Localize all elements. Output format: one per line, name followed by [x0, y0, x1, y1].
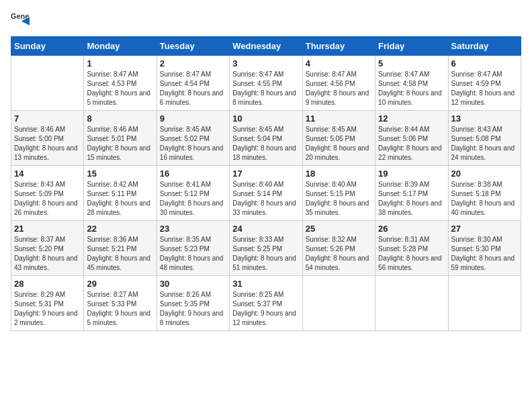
calendar-week-row: 14Sunrise: 8:43 AMSunset: 5:09 PMDayligh…: [11, 166, 521, 221]
day-header: Wednesday: [230, 37, 302, 56]
day-number: 11: [306, 113, 372, 124]
day-detail: Sunrise: 8:25 AMSunset: 5:37 PMDaylight:…: [232, 290, 299, 328]
day-number: 23: [160, 224, 226, 234]
day-detail: Sunrise: 8:41 AMSunset: 5:12 PMDaylight:…: [160, 180, 226, 218]
calendar-cell: 8Sunrise: 8:46 AMSunset: 5:01 PMDaylight…: [84, 111, 157, 166]
day-number: 25: [306, 224, 372, 234]
calendar-cell: 16Sunrise: 8:41 AMSunset: 5:12 PMDayligh…: [157, 166, 229, 221]
calendar-cell: 31Sunrise: 8:25 AMSunset: 5:37 PMDayligh…: [230, 276, 302, 331]
calendar-cell: [11, 56, 84, 111]
calendar-cell: 27Sunrise: 8:30 AMSunset: 5:30 PMDayligh…: [448, 221, 521, 276]
day-number: 19: [378, 169, 445, 179]
calendar-week-row: 28Sunrise: 8:29 AMSunset: 5:31 PMDayligh…: [11, 276, 521, 331]
day-detail: Sunrise: 8:35 AMSunset: 5:23 PMDaylight:…: [160, 235, 226, 273]
header: General: [11, 11, 521, 30]
calendar-cell: 2Sunrise: 8:47 AMSunset: 4:54 PMDaylight…: [157, 56, 229, 111]
logo: General: [11, 11, 32, 30]
day-detail: Sunrise: 8:45 AMSunset: 5:05 PMDaylight:…: [306, 125, 372, 163]
calendar-cell: 5Sunrise: 8:47 AMSunset: 4:58 PMDaylight…: [375, 56, 448, 111]
day-detail: Sunrise: 8:47 AMSunset: 4:58 PMDaylight:…: [378, 70, 445, 107]
day-number: 5: [378, 58, 445, 68]
day-header: Sunday: [11, 37, 84, 56]
day-detail: Sunrise: 8:40 AMSunset: 5:14 PMDaylight:…: [232, 180, 299, 218]
day-number: 21: [14, 224, 81, 234]
day-detail: Sunrise: 8:43 AMSunset: 5:09 PMDaylight:…: [14, 180, 81, 218]
day-detail: Sunrise: 8:40 AMSunset: 5:15 PMDaylight:…: [306, 180, 372, 218]
day-number: 29: [87, 279, 153, 289]
calendar-cell: 17Sunrise: 8:40 AMSunset: 5:14 PMDayligh…: [230, 166, 302, 221]
calendar-cell: 4Sunrise: 8:47 AMSunset: 4:56 PMDaylight…: [302, 56, 375, 111]
day-number: 30: [160, 279, 226, 289]
day-number: 8: [87, 113, 153, 124]
calendar-cell: 13Sunrise: 8:43 AMSunset: 5:08 PMDayligh…: [448, 111, 521, 166]
day-detail: Sunrise: 8:46 AMSunset: 5:01 PMDaylight:…: [87, 125, 153, 163]
calendar-cell: 30Sunrise: 8:26 AMSunset: 5:35 PMDayligh…: [157, 276, 229, 331]
calendar-cell: 23Sunrise: 8:35 AMSunset: 5:23 PMDayligh…: [157, 221, 229, 276]
calendar-cell: 20Sunrise: 8:38 AMSunset: 5:18 PMDayligh…: [448, 166, 521, 221]
calendar-cell: 1Sunrise: 8:47 AMSunset: 4:53 PMDaylight…: [84, 56, 157, 111]
day-number: 24: [232, 224, 299, 234]
day-header: Saturday: [448, 37, 521, 56]
calendar-week-row: 21Sunrise: 8:37 AMSunset: 5:20 PMDayligh…: [11, 221, 521, 276]
day-detail: Sunrise: 8:29 AMSunset: 5:31 PMDaylight:…: [14, 290, 81, 328]
calendar-cell: 22Sunrise: 8:36 AMSunset: 5:21 PMDayligh…: [84, 221, 157, 276]
day-number: 17: [232, 169, 299, 179]
calendar-week-row: 1Sunrise: 8:47 AMSunset: 4:53 PMDaylight…: [11, 56, 521, 111]
calendar-cell: 6Sunrise: 8:47 AMSunset: 4:59 PMDaylight…: [448, 56, 521, 111]
calendar-cell: 24Sunrise: 8:33 AMSunset: 5:25 PMDayligh…: [230, 221, 302, 276]
day-number: 2: [160, 58, 226, 68]
calendar-table: SundayMondayTuesdayWednesdayThursdayFrid…: [11, 36, 521, 331]
day-number: 22: [87, 224, 153, 234]
day-detail: Sunrise: 8:47 AMSunset: 4:55 PMDaylight:…: [232, 70, 299, 107]
day-detail: Sunrise: 8:45 AMSunset: 5:04 PMDaylight:…: [232, 125, 299, 163]
calendar-cell: [375, 276, 448, 331]
day-number: 10: [232, 113, 299, 124]
day-detail: Sunrise: 8:33 AMSunset: 5:25 PMDaylight:…: [232, 235, 299, 273]
day-number: 3: [232, 58, 299, 68]
day-number: 12: [378, 113, 445, 124]
day-detail: Sunrise: 8:37 AMSunset: 5:20 PMDaylight:…: [14, 235, 81, 273]
day-detail: Sunrise: 8:30 AMSunset: 5:30 PMDaylight:…: [451, 235, 518, 273]
day-detail: Sunrise: 8:31 AMSunset: 5:28 PMDaylight:…: [378, 235, 445, 273]
day-number: 1: [87, 58, 153, 68]
day-header: Tuesday: [157, 37, 229, 56]
day-number: 16: [160, 169, 226, 179]
day-detail: Sunrise: 8:27 AMSunset: 5:33 PMDaylight:…: [87, 290, 153, 328]
day-detail: Sunrise: 8:32 AMSunset: 5:26 PMDaylight:…: [306, 235, 372, 273]
calendar-cell: 11Sunrise: 8:45 AMSunset: 5:05 PMDayligh…: [302, 111, 375, 166]
day-detail: Sunrise: 8:47 AMSunset: 4:54 PMDaylight:…: [160, 70, 226, 107]
day-number: 28: [14, 279, 81, 289]
day-number: 26: [378, 224, 445, 234]
day-detail: Sunrise: 8:44 AMSunset: 5:06 PMDaylight:…: [378, 125, 445, 163]
calendar-cell: 12Sunrise: 8:44 AMSunset: 5:06 PMDayligh…: [375, 111, 448, 166]
day-detail: Sunrise: 8:45 AMSunset: 5:02 PMDaylight:…: [160, 125, 226, 163]
day-detail: Sunrise: 8:39 AMSunset: 5:17 PMDaylight:…: [378, 180, 445, 218]
calendar-cell: 18Sunrise: 8:40 AMSunset: 5:15 PMDayligh…: [302, 166, 375, 221]
calendar-cell: 15Sunrise: 8:42 AMSunset: 5:11 PMDayligh…: [84, 166, 157, 221]
day-number: 13: [451, 113, 518, 124]
calendar-cell: 9Sunrise: 8:45 AMSunset: 5:02 PMDaylight…: [157, 111, 229, 166]
day-detail: Sunrise: 8:47 AMSunset: 4:56 PMDaylight:…: [306, 70, 372, 107]
calendar-cell: 25Sunrise: 8:32 AMSunset: 5:26 PMDayligh…: [302, 221, 375, 276]
day-detail: Sunrise: 8:47 AMSunset: 4:53 PMDaylight:…: [87, 70, 153, 107]
day-number: 14: [14, 169, 81, 179]
calendar-cell: 21Sunrise: 8:37 AMSunset: 5:20 PMDayligh…: [11, 221, 84, 276]
calendar-cell: 19Sunrise: 8:39 AMSunset: 5:17 PMDayligh…: [375, 166, 448, 221]
calendar-cell: 29Sunrise: 8:27 AMSunset: 5:33 PMDayligh…: [84, 276, 157, 331]
day-detail: Sunrise: 8:38 AMSunset: 5:18 PMDaylight:…: [451, 180, 518, 218]
day-detail: Sunrise: 8:46 AMSunset: 5:00 PMDaylight:…: [14, 125, 81, 163]
calendar-body: 1Sunrise: 8:47 AMSunset: 4:53 PMDaylight…: [11, 56, 521, 331]
calendar-cell: 3Sunrise: 8:47 AMSunset: 4:55 PMDaylight…: [230, 56, 302, 111]
calendar-cell: 7Sunrise: 8:46 AMSunset: 5:00 PMDaylight…: [11, 111, 84, 166]
day-header: Friday: [375, 37, 448, 56]
day-number: 18: [306, 169, 372, 179]
calendar-header-row: SundayMondayTuesdayWednesdayThursdayFrid…: [11, 37, 521, 56]
day-detail: Sunrise: 8:36 AMSunset: 5:21 PMDaylight:…: [87, 235, 153, 273]
day-number: 15: [87, 169, 153, 179]
day-header: Thursday: [302, 37, 375, 56]
calendar-cell: [448, 276, 521, 331]
calendar-cell: [302, 276, 375, 331]
calendar-cell: 10Sunrise: 8:45 AMSunset: 5:04 PMDayligh…: [230, 111, 302, 166]
day-number: 20: [451, 169, 518, 179]
day-number: 31: [232, 279, 299, 289]
